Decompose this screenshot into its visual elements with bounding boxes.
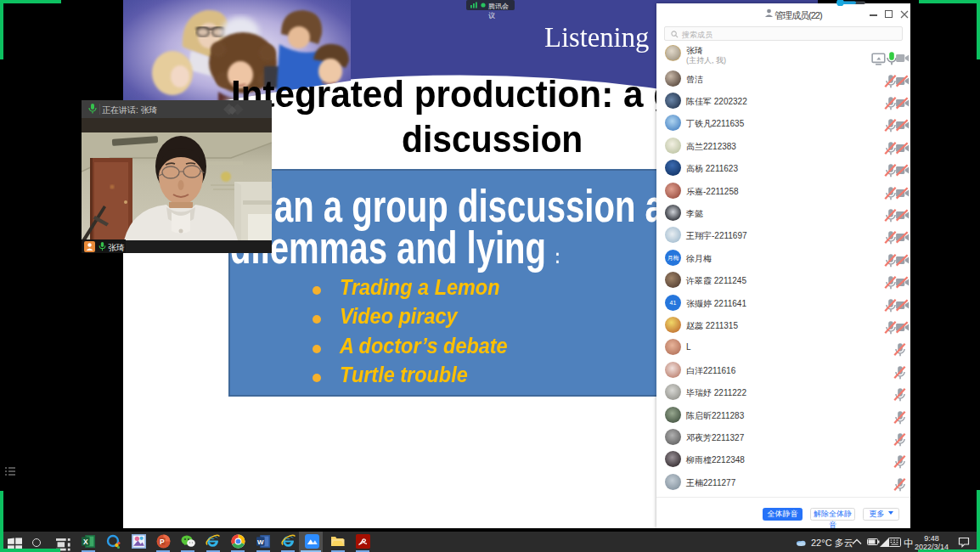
svg-text:X: X xyxy=(83,538,88,546)
svg-text:P: P xyxy=(160,538,165,546)
svg-text:W: W xyxy=(257,538,264,546)
